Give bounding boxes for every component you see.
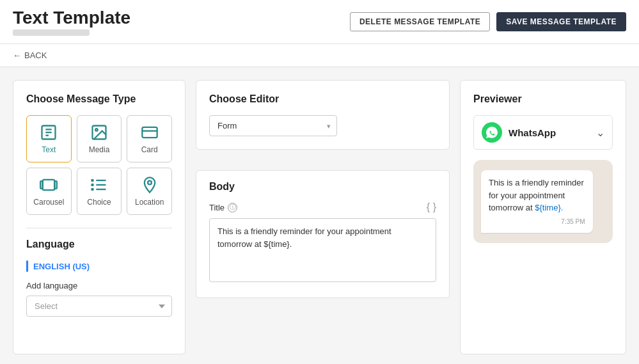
- choose-editor-title: Choose Editor: [209, 93, 436, 105]
- title-field-label-row: Title ⓘ { }: [209, 202, 436, 213]
- language-indicator: ENGLISH (US): [26, 260, 172, 272]
- body-panel: Body Title ⓘ { } This is a friendly remi…: [196, 170, 450, 298]
- media-type-icon: [90, 123, 108, 141]
- language-bar: [26, 260, 28, 272]
- svg-point-16: [91, 189, 93, 190]
- language-title: Language: [26, 239, 172, 250]
- left-panel: Choose Message Type Text Media: [13, 80, 185, 354]
- whatsapp-selector-left: WhatsApp: [482, 122, 556, 143]
- whatsapp-label: WhatsApp: [509, 127, 556, 138]
- text-type-label: Text: [42, 145, 56, 154]
- editor-select[interactable]: Form Code: [209, 115, 337, 136]
- text-type-icon: [40, 123, 58, 141]
- middle-container: Choose Editor Form Code ▾ Body Title ⓘ {…: [196, 80, 450, 354]
- delete-template-button[interactable]: DELETE MESSAGE TEMPLATE: [350, 12, 490, 31]
- add-language-label: Add language: [26, 281, 172, 290]
- right-panel: Previewer WhatsApp ⌄ This is a friendly …: [460, 80, 626, 354]
- nav-bar: ← BACK: [0, 44, 639, 67]
- choice-type-icon: [90, 176, 108, 194]
- whatsapp-icon: [482, 122, 502, 143]
- svg-point-15: [91, 184, 93, 186]
- back-arrow-icon: ←: [13, 51, 21, 60]
- svg-rect-9: [40, 181, 42, 189]
- code-bracket-icon[interactable]: { }: [427, 202, 436, 213]
- choose-editor-panel: Choose Editor Form Code ▾: [196, 80, 450, 150]
- title-field-label: Title ⓘ: [209, 203, 237, 212]
- svg-point-5: [95, 129, 98, 131]
- back-link[interactable]: ← BACK: [13, 51, 626, 60]
- title-label-text: Title: [209, 203, 225, 212]
- preview-time: 7:35 PM: [489, 217, 585, 226]
- svg-rect-6: [142, 127, 157, 138]
- back-label: BACK: [24, 51, 47, 60]
- type-card-media[interactable]: Media: [77, 115, 122, 162]
- page-header: Text Template DELETE MESSAGE TEMPLATE SA…: [0, 0, 639, 44]
- header-actions: DELETE MESSAGE TEMPLATE SAVE MESSAGE TEM…: [350, 12, 626, 31]
- phone-preview: This is a friendly reminder for your app…: [473, 160, 613, 243]
- type-card-choice[interactable]: Choice: [77, 168, 122, 215]
- card-type-label: Card: [141, 145, 158, 154]
- previewer-title: Previewer: [473, 93, 613, 105]
- header-subtitle: [13, 29, 90, 36]
- whatsapp-selector[interactable]: WhatsApp ⌄: [473, 115, 613, 150]
- message-type-grid: Text Media Card Carouse: [26, 115, 172, 215]
- carousel-type-icon: [40, 176, 58, 194]
- header-left: Text Template: [13, 8, 130, 36]
- language-section: Language ENGLISH (US) Add language Selec…: [26, 228, 172, 317]
- body-title: Body: [209, 181, 436, 193]
- type-card-card[interactable]: Card: [127, 115, 172, 162]
- language-select[interactable]: Select: [26, 296, 172, 317]
- chat-bubble: This is a friendly reminder for your app…: [481, 170, 593, 233]
- carousel-type-label: Carousel: [33, 198, 64, 207]
- type-card-carousel[interactable]: Carousel: [26, 168, 72, 215]
- page-title: Text Template: [13, 8, 130, 28]
- editor-select-wrap: Form Code ▾: [209, 115, 337, 136]
- language-current: ENGLISH (US): [33, 262, 90, 271]
- location-type-icon: [141, 176, 159, 194]
- type-card-location[interactable]: Location: [127, 168, 172, 215]
- preview-variable: ${time}.: [535, 203, 563, 212]
- preview-message-text: This is a friendly reminder for your app…: [489, 178, 584, 212]
- choose-message-type-title: Choose Message Type: [26, 93, 172, 105]
- svg-point-17: [148, 181, 152, 185]
- body-textarea[interactable]: This is a friendly reminder for your app…: [209, 218, 436, 282]
- svg-rect-8: [43, 180, 55, 190]
- location-type-label: Location: [135, 198, 164, 207]
- svg-point-14: [91, 180, 93, 181]
- media-type-label: Media: [89, 145, 110, 154]
- whatsapp-chevron-icon: ⌄: [596, 127, 604, 139]
- svg-rect-10: [55, 181, 58, 189]
- type-card-text[interactable]: Text: [26, 115, 72, 162]
- title-info-icon[interactable]: ⓘ: [228, 203, 237, 212]
- choice-type-label: Choice: [87, 198, 111, 207]
- card-type-icon: [141, 123, 159, 141]
- save-template-button[interactable]: SAVE MESSAGE TEMPLATE: [496, 12, 626, 31]
- main-content: Choose Message Type Text Media: [0, 67, 639, 364]
